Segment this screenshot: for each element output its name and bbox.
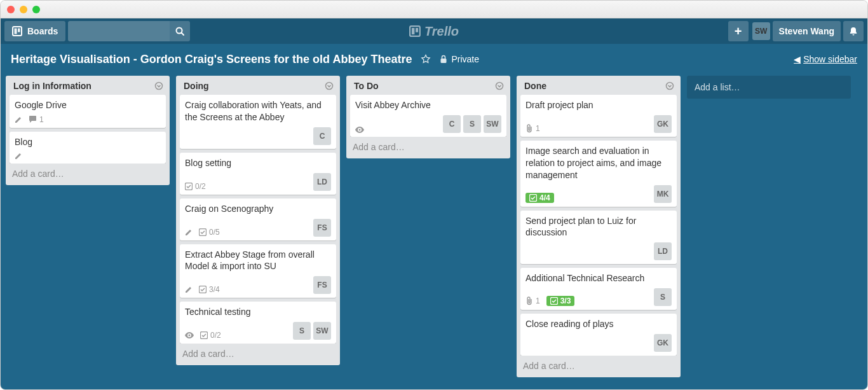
user-menu-button[interactable]: Steven Wang — [773, 21, 841, 41]
card-title: Craig on Scenography — [185, 203, 331, 215]
list-menu-button[interactable] — [665, 81, 674, 90]
member-avatar[interactable]: S — [463, 115, 481, 133]
svg-rect-6 — [412, 28, 415, 34]
svg-rect-8 — [441, 59, 447, 63]
member-avatar[interactable]: SW — [484, 115, 501, 133]
board-title[interactable]: Heritage Visualisation - Gordon Craig's … — [11, 53, 412, 66]
list: DoneDraft project plan1GKImage search an… — [517, 76, 681, 377]
card[interactable]: Visit Abbey ArchiveCSSW — [350, 95, 506, 137]
card[interactable]: Send project plan to Luiz for discussion… — [520, 211, 677, 265]
checklist-badge: 0/2 — [200, 331, 221, 340]
list-header: To Do — [346, 76, 510, 95]
show-sidebar-button[interactable]: ◀ Show sidebar — [794, 54, 857, 64]
card[interactable]: Technical testing0/2SSW — [180, 302, 336, 344]
add-card-button[interactable]: Add a card… — [346, 137, 510, 158]
card[interactable]: Blog — [10, 132, 166, 164]
list-name[interactable]: Doing — [184, 81, 209, 91]
privacy-label: Private — [451, 54, 479, 64]
member-avatar[interactable]: C — [313, 127, 331, 145]
card-members: MK — [654, 185, 672, 203]
member-avatar[interactable]: GK — [654, 334, 672, 352]
checklist-badge: 0/2 — [185, 182, 206, 191]
chevron-left-icon: ◀ — [794, 54, 801, 64]
add-card-button[interactable]: Add a card… — [517, 356, 681, 377]
star-icon[interactable] — [421, 54, 431, 64]
card[interactable]: Close reading of playsGK — [520, 314, 677, 356]
card-title: Google Drive — [15, 99, 161, 111]
card[interactable]: Craig collaboration with Yeats, and the … — [180, 95, 336, 149]
show-sidebar-label: Show sidebar — [803, 54, 857, 64]
card-members: CSSW — [443, 115, 501, 133]
card[interactable]: Google Drive1 — [10, 95, 166, 128]
list-cards: Google Drive1Blog — [6, 95, 170, 164]
member-avatar[interactable]: FS — [313, 276, 331, 294]
trello-icon — [409, 25, 421, 37]
member-avatar[interactable]: LD — [313, 173, 331, 191]
app-logo[interactable]: Trello — [409, 24, 459, 39]
member-avatar[interactable]: S — [654, 288, 672, 306]
card-title: Blog setting — [185, 157, 331, 169]
search-button[interactable] — [170, 21, 190, 41]
card-members: GK — [654, 334, 672, 352]
member-avatar[interactable]: C — [443, 115, 461, 133]
member-avatar[interactable]: LD — [654, 242, 672, 260]
lock-icon — [440, 55, 447, 64]
card-badges: 0/2 — [185, 331, 221, 340]
card[interactable]: Extract Abbey Stage from overall Model &… — [180, 244, 336, 298]
svg-rect-1 — [15, 29, 17, 34]
svg-rect-7 — [416, 28, 418, 32]
bell-icon — [848, 26, 858, 36]
window-minimize-button[interactable] — [20, 6, 27, 13]
add-card-button[interactable]: Add a card… — [6, 164, 170, 185]
card-title: Visit Abbey Archive — [355, 99, 501, 111]
member-avatar[interactable]: FS — [313, 219, 331, 237]
description-icon — [15, 152, 22, 160]
card-members: FS — [313, 219, 331, 237]
card[interactable]: Draft project plan1GK — [520, 95, 677, 137]
checklist-badge: 3/4 — [199, 285, 220, 294]
attachment-badge: 1 — [526, 296, 540, 305]
notifications-button[interactable] — [843, 21, 864, 41]
card[interactable]: Blog setting0/2LD — [180, 153, 336, 195]
list-name[interactable]: Log in Information — [13, 81, 92, 91]
boards-button[interactable]: Boards — [4, 21, 65, 41]
card[interactable]: Craig on Scenography0/5FS — [180, 198, 336, 240]
list: DoingCraig collaboration with Yeats, and… — [176, 76, 340, 365]
add-card-button[interactable]: Add a card… — [176, 344, 340, 365]
svg-point-10 — [326, 83, 333, 90]
card-members: LD — [313, 173, 331, 191]
list-name[interactable]: To Do — [354, 81, 379, 91]
svg-rect-0 — [13, 27, 22, 36]
window-maximize-button[interactable] — [32, 6, 40, 13]
card-badges: 4/4 — [526, 193, 554, 203]
board-privacy[interactable]: Private — [440, 54, 479, 64]
card-title: Close reading of plays — [526, 318, 672, 330]
list-menu-button[interactable] — [325, 81, 334, 90]
member-avatar[interactable]: MK — [654, 185, 672, 203]
list-menu-button[interactable] — [495, 81, 504, 90]
add-list-button[interactable]: Add a list… — [687, 76, 851, 99]
list-header: Log in Information — [6, 76, 170, 95]
card[interactable]: Image search and evaluation in relation … — [520, 141, 677, 207]
list-name[interactable]: Done — [524, 81, 546, 91]
list-cards: Draft project plan1GKImage search and ev… — [517, 95, 681, 356]
member-avatar[interactable]: GK — [654, 115, 672, 133]
search-wrap — [68, 21, 190, 41]
svg-point-16 — [496, 83, 503, 90]
board-canvas[interactable]: Log in InformationGoogle Drive1BlogAdd a… — [1, 74, 867, 389]
card-members: FS — [313, 276, 331, 294]
window-close-button[interactable] — [7, 6, 15, 13]
list-menu-button[interactable] — [154, 81, 163, 90]
member-avatar[interactable]: SW — [313, 322, 331, 340]
card[interactable]: Additional Technical Research13/3S — [520, 268, 677, 310]
card-members: SSW — [293, 322, 331, 340]
svg-point-18 — [667, 83, 674, 90]
list-cards: Visit Abbey ArchiveCSSW — [346, 95, 510, 137]
create-button[interactable]: + — [728, 21, 749, 41]
search-input[interactable] — [68, 21, 170, 41]
user-avatar[interactable]: SW — [752, 22, 770, 40]
boards-icon — [12, 26, 22, 36]
card-badges — [15, 152, 161, 160]
card-members: LD — [654, 242, 672, 260]
member-avatar[interactable]: S — [293, 322, 311, 340]
